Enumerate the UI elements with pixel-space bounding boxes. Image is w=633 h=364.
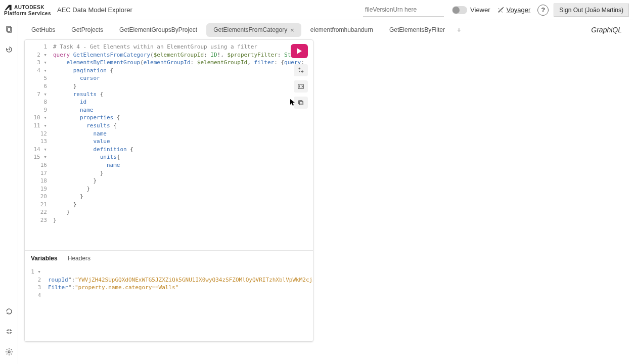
merge-icon	[297, 83, 304, 90]
svg-rect-5	[299, 101, 303, 105]
copy-icon	[297, 99, 304, 106]
keyboard-icon[interactable]	[5, 328, 13, 336]
query-tabs: GetHubs GetProjects GetElementGroupsByPr…	[18, 20, 633, 39]
prettify-button[interactable]	[294, 64, 308, 76]
autodesk-icon	[4, 4, 12, 11]
sparkle-icon	[297, 67, 304, 74]
tab-gethubs[interactable]: GetHubs	[24, 23, 62, 36]
mouse-cursor	[290, 99, 296, 107]
svg-point-2	[8, 351, 10, 353]
history-icon[interactable]	[5, 46, 13, 54]
voyager-link-label: Voyager	[507, 6, 531, 14]
add-tab-button[interactable]: +	[454, 25, 464, 35]
tab-getprojects[interactable]: GetProjects	[64, 23, 110, 36]
variables-tab[interactable]: Variables	[31, 255, 58, 262]
app-header: AUTODESK Platform Services AEC Data Mode…	[0, 0, 633, 20]
left-rail	[0, 20, 18, 364]
editor-panel: 12 ▾3 ▾4 ▾567 ▾8910 ▾11 ▾121314 ▾15 ▾161…	[24, 39, 313, 342]
merge-button[interactable]	[294, 80, 308, 93]
tab-getelementsfromcategory[interactable]: GetElementsFromCategory ×	[206, 23, 301, 37]
copy-button[interactable]	[294, 97, 308, 109]
graphiql-label: GraphiQL	[591, 26, 627, 34]
close-icon[interactable]: ×	[290, 26, 294, 34]
result-pane	[313, 39, 633, 364]
tab-elementfromhubandurn[interactable]: elementfromhubandurn	[303, 23, 380, 36]
query-editor[interactable]: 12 ▾3 ▾4 ▾567 ▾8910 ▾11 ▾121314 ▾15 ▾161…	[25, 40, 313, 250]
settings-icon[interactable]	[5, 348, 13, 356]
svg-rect-4	[299, 101, 302, 104]
app-title: AEC Data Model Explorer	[57, 6, 132, 14]
headers-tab[interactable]: Headers	[68, 255, 91, 262]
voyager-link[interactable]: Voyager	[498, 6, 531, 14]
urn-input[interactable]	[363, 4, 444, 17]
brand-top: AUTODESK	[14, 5, 44, 10]
viewer-toggle[interactable]: Viewer	[452, 6, 490, 14]
variables-panel: Variables Headers 1 ▾234 roupId":"YWVjZH…	[25, 250, 313, 341]
docs-icon[interactable]	[5, 25, 13, 33]
viewer-toggle-label: Viewer	[470, 6, 490, 14]
refresh-icon[interactable]	[5, 307, 13, 315]
rocket-icon	[498, 7, 505, 14]
variables-editor[interactable]: 1 ▾234 roupId":"YWVjZH42SUpGQXdONExWTG5J…	[25, 266, 313, 341]
tab-getelementsbyfilter[interactable]: GetElementsByFilter	[382, 23, 452, 36]
brand-logo: AUTODESK Platform Services	[4, 4, 51, 16]
tab-getelementgroups[interactable]: GetElementGroupsByProject	[112, 23, 204, 36]
run-button[interactable]	[291, 44, 308, 58]
brand-bottom: Platform Services	[4, 11, 51, 16]
sign-out-button[interactable]: Sign Out (João Martins)	[554, 4, 629, 17]
help-button[interactable]: ?	[537, 5, 549, 16]
